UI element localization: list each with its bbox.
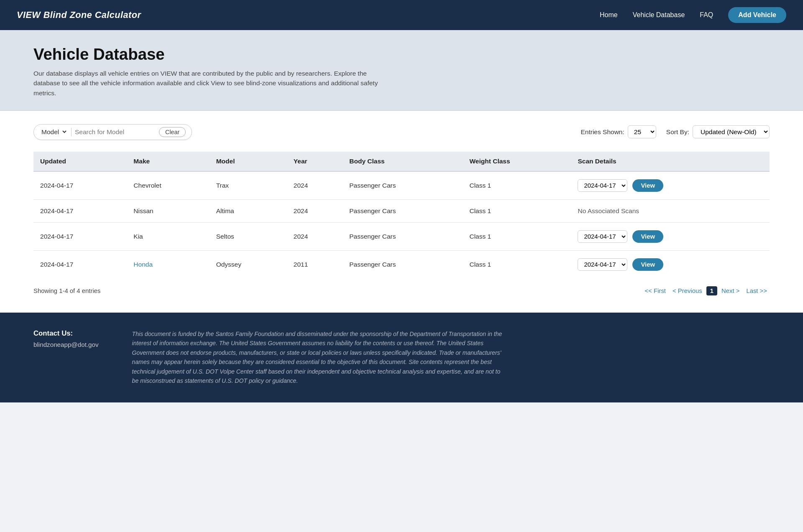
view-button[interactable]: View: [632, 179, 663, 192]
sort-by-container: Sort By: Updated (New-Old) Updated (Old-…: [666, 125, 770, 138]
cell-make: Kia: [127, 222, 209, 250]
cell-weight-class: Class 1: [463, 222, 571, 250]
table-row: 2024-04-17 Honda Odyssey 2011 Passenger …: [33, 250, 770, 278]
entries-shown-container: Entries Shown: 10 25 50 100: [581, 125, 656, 138]
search-input[interactable]: [75, 128, 156, 136]
table-row: 2024-04-17 Chevrolet Trax 2024 Passenger…: [33, 171, 770, 200]
add-vehicle-button[interactable]: Add Vehicle: [728, 7, 786, 23]
nav-links: Home Vehicle Database FAQ Add Vehicle: [600, 7, 786, 23]
prev-page-link[interactable]: < Previous: [670, 286, 705, 296]
footer-contact-heading: Contact Us:: [33, 329, 99, 338]
site-footer: Contact Us: blindzoneapp@dot.gov This do…: [0, 313, 803, 402]
make-value: Chevrolet: [133, 182, 161, 189]
col-model: Model: [210, 152, 287, 171]
cell-updated: 2024-04-17: [33, 199, 127, 222]
main-content: Model Clear Entries Shown: 10 25 50 100 …: [0, 111, 803, 313]
cell-updated: 2024-04-17: [33, 171, 127, 200]
cell-model: Trax: [210, 171, 287, 200]
make-value: Nissan: [133, 207, 153, 214]
table-row: 2024-04-17 Kia Seltos 2024 Passenger Car…: [33, 222, 770, 250]
cell-weight-class: Class 1: [463, 171, 571, 200]
table-footer: Showing 1-4 of 4 entries << First < Prev…: [33, 286, 770, 296]
filter-right: Entries Shown: 10 25 50 100 Sort By: Upd…: [581, 125, 770, 138]
entries-shown-label: Entries Shown:: [581, 128, 624, 136]
navbar: VIEW Blind Zone Calculator Home Vehicle …: [0, 0, 803, 30]
model-filter-select[interactable]: Model: [40, 128, 68, 136]
last-page-link[interactable]: Last >>: [744, 286, 770, 296]
table-header: Updated Make Model Year Body Class Weigh…: [33, 152, 770, 171]
col-updated: Updated: [33, 152, 127, 171]
filter-bar: Model Clear Entries Shown: 10 25 50 100 …: [33, 124, 770, 140]
entries-select[interactable]: 10 25 50 100: [628, 125, 656, 138]
cell-weight-class: Class 1: [463, 199, 571, 222]
nav-faq[interactable]: FAQ: [700, 11, 713, 19]
no-scans-label: No Associated Scans: [578, 207, 639, 214]
cell-body-class: Passenger Cars: [343, 250, 463, 278]
cell-year: 2024: [287, 199, 343, 222]
filter-divider: [71, 128, 72, 136]
scan-cell: 2024-04-17 View: [578, 230, 763, 243]
cell-scan-details: No Associated Scans: [571, 199, 770, 222]
col-year: Year: [287, 152, 343, 171]
pagination: << First < Previous 1 Next > Last >>: [642, 286, 770, 296]
cell-updated: 2024-04-17: [33, 250, 127, 278]
cell-make: Nissan: [127, 199, 209, 222]
cell-weight-class: Class 1: [463, 250, 571, 278]
cell-scan-details: 2024-04-17 View: [571, 250, 770, 278]
cell-year: 2024: [287, 171, 343, 200]
scan-cell: 2024-04-17 View: [578, 179, 763, 192]
footer-contact: Contact Us: blindzoneapp@dot.gov: [33, 329, 99, 349]
scan-date-select[interactable]: 2024-04-17: [578, 258, 627, 271]
cell-body-class: Passenger Cars: [343, 222, 463, 250]
first-page-link[interactable]: << First: [642, 286, 668, 296]
cell-make: Honda: [127, 250, 209, 278]
page-title: Vehicle Database: [33, 45, 770, 64]
scan-cell: 2024-04-17 View: [578, 258, 763, 271]
page-header: Vehicle Database Our database displays a…: [0, 30, 803, 111]
view-button[interactable]: View: [632, 258, 663, 271]
cell-body-class: Passenger Cars: [343, 171, 463, 200]
make-link[interactable]: Honda: [133, 261, 153, 268]
view-button[interactable]: View: [632, 230, 663, 243]
page-description: Our database displays all vehicle entrie…: [33, 69, 393, 98]
cell-year: 2024: [287, 222, 343, 250]
cell-scan-details: 2024-04-17 View: [571, 171, 770, 200]
cell-year: 2011: [287, 250, 343, 278]
cell-updated: 2024-04-17: [33, 222, 127, 250]
cell-scan-details: 2024-04-17 View: [571, 222, 770, 250]
current-page[interactable]: 1: [706, 286, 717, 295]
col-body-class: Body Class: [343, 152, 463, 171]
vehicle-table: Updated Make Model Year Body Class Weigh…: [33, 152, 770, 278]
brand-title: VIEW Blind Zone Calculator: [17, 10, 141, 20]
footer-email[interactable]: blindzoneapp@dot.gov: [33, 341, 99, 348]
col-make: Make: [127, 152, 209, 171]
sort-select[interactable]: Updated (New-Old) Updated (Old-New) Make…: [693, 125, 770, 138]
cell-body-class: Passenger Cars: [343, 199, 463, 222]
scan-date-select[interactable]: 2024-04-17: [578, 179, 627, 192]
sort-by-label: Sort By:: [666, 128, 689, 136]
footer-disclaimer: This document is funded by the Santos Fa…: [132, 329, 509, 386]
col-scan-details: Scan Details: [571, 152, 770, 171]
make-value: Kia: [133, 233, 143, 240]
scan-date-select[interactable]: 2024-04-17: [578, 230, 627, 243]
table-row: 2024-04-17 Nissan Altima 2024 Passenger …: [33, 199, 770, 222]
nav-home[interactable]: Home: [600, 11, 618, 19]
col-weight-class: Weight Class: [463, 152, 571, 171]
cell-model: Altima: [210, 199, 287, 222]
showing-text: Showing 1-4 of 4 entries: [33, 288, 100, 294]
cell-make: Chevrolet: [127, 171, 209, 200]
cell-model: Odyssey: [210, 250, 287, 278]
clear-button[interactable]: Clear: [159, 127, 186, 137]
nav-vehicle-database[interactable]: Vehicle Database: [633, 11, 685, 19]
next-page-link[interactable]: Next >: [719, 286, 742, 296]
table-body: 2024-04-17 Chevrolet Trax 2024 Passenger…: [33, 171, 770, 278]
cell-model: Seltos: [210, 222, 287, 250]
search-container: Model Clear: [33, 124, 192, 140]
